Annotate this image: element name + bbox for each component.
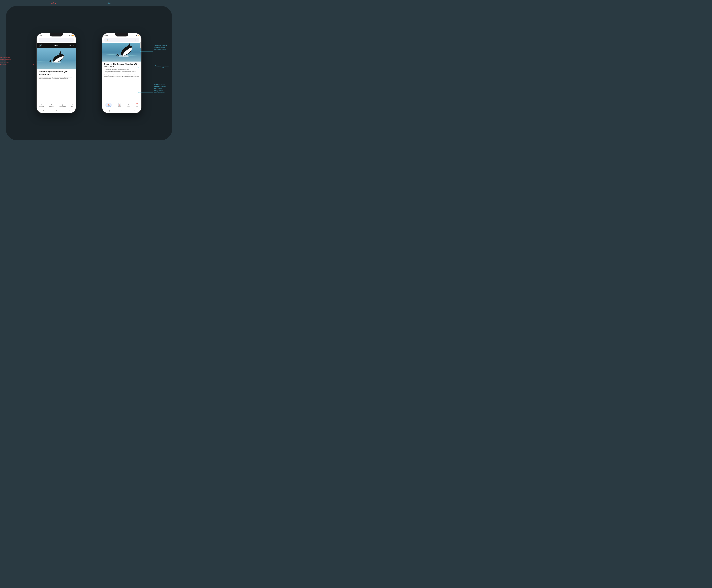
after-back-button[interactable]: ◁ (108, 110, 110, 112)
before-status-bar: 10:00 ▲ ▼ 📶 (37, 33, 76, 37)
menu-icon: ⋮ (71, 39, 72, 41)
before-phone-frame: 10:00 ▲ ▼ 📶 ⌂ 🔒 orcasound.com/learn (37, 33, 76, 113)
orca-logo: 🐋 (39, 44, 42, 47)
before-url: orcasound.com/learn (43, 39, 69, 41)
after-tab-library[interactable]: ≡ Library (127, 103, 130, 107)
catalog-icon: ◫ (62, 103, 64, 106)
annotation-blue-3-line3: labels, making (154, 88, 177, 89)
after-status-icons: ▲ ▼ 📶 (134, 35, 139, 36)
tests-icon: ☑ (71, 103, 73, 106)
annotation-blue-2-line2: users to scroll down. (154, 67, 177, 69)
after-hero-image (102, 43, 141, 62)
annotation-blue-3-line4: navigation more (154, 89, 177, 91)
recents-button[interactable]: □ (69, 110, 70, 112)
tab-sound-catalog[interactable]: ◫ Sound Catalog (60, 103, 66, 107)
before-status-icons: ▲ ▼ 📶 (69, 35, 74, 36)
home-icon: ⌂ (40, 39, 41, 41)
after-phone-screen: 10:00 ▲ ▼ 📶 ⌂ 🔒 learn.orcasound.net (102, 33, 141, 113)
annotation-red-1-line3: navigation, and cues to (0, 60, 19, 62)
tab-sea-sounds[interactable]: ☰ Sea Sounds (49, 103, 54, 107)
home-tab-icon: ⌂ (41, 103, 42, 106)
after-tab-sounds-label: Sounds (118, 106, 121, 107)
tab-orcalearn-label: OrcaLearn (40, 106, 44, 107)
after-headline: Discover The Ocean's Melodies With OrcaL… (104, 63, 139, 68)
svg-point-6 (55, 62, 61, 63)
after-text-content: Discover The Ocean's Melodies With OrcaL… (102, 62, 141, 79)
after-status-bar: 10:00 ▲ ▼ 📶 (102, 33, 141, 37)
quiz-icon: ❓ (136, 103, 138, 106)
after-address-bar[interactable]: ⌂ 🔒 learn.orcasound.net ⊡ ⋮ (104, 38, 139, 42)
after-tab-quiz-label: Quiz (136, 106, 138, 107)
annotation-blue-2-line1: Visual guide encourages (154, 65, 177, 67)
annotation-blue-3-line1: The UI now features (154, 84, 177, 86)
after-url: learn.orcasound.net (109, 39, 134, 41)
annotation-red-1: Missing engaging content, intuitive UI n… (0, 57, 19, 66)
before-headline: From our hydrophones to your headphones (39, 70, 74, 76)
after-tab-sounds[interactable]: 📊 Sounds (118, 103, 121, 107)
annotation-blue-3: The UI now features redesigned icons and… (154, 84, 177, 93)
before-hero-image (37, 48, 76, 69)
tab-sea-sounds-label: Sea Sounds (49, 106, 54, 107)
tab-tests[interactable]: ☑ Tests (71, 103, 73, 107)
annotation-blue-1-line3: OrcaLearn's mission. (154, 48, 177, 50)
before-phone: 10:00 ▲ ▼ 📶 ⌂ 🔒 orcasound.com/learn (37, 33, 76, 113)
nav-icons: 🔍 ☰ (69, 44, 74, 46)
tab-tests-label: Tests (71, 106, 73, 107)
before-address-bar[interactable]: ⌂ 🔒 orcasound.com/learn ⊡ ⋮ (39, 38, 74, 42)
annotation-blue-1-line2: enhanced to clarify (154, 47, 177, 49)
sea-sounds-icon: ☰ (51, 103, 52, 106)
lock-icon-after: 🔒 (107, 39, 108, 41)
after-system-bar: ◁ ○ □ (102, 109, 141, 113)
after-body-2: Dive into a world of knowledge with us, … (104, 71, 139, 74)
after-body-1: OrcaLearn is your gateway to the mysteri… (104, 69, 139, 70)
annotation-red-1-line5: homepage. (0, 64, 19, 66)
before-label: before (51, 2, 57, 4)
annotation-blue-3-line5: engaging for users. (154, 91, 177, 93)
back-button[interactable]: ◁ (43, 110, 44, 112)
before-phone-screen: 10:00 ▲ ▼ 📶 ⌂ 🔒 orcasound.com/learn (37, 33, 76, 113)
after-phone: 10:00 ▲ ▼ 📶 ⌂ 🔒 learn.orcasound.net (102, 33, 141, 113)
after-tab-quiz[interactable]: ❓ Quiz (136, 103, 138, 107)
tab-catalog-label: Sound Catalog (60, 106, 66, 107)
annotation-red-1-line4: scroll down the (0, 62, 19, 64)
before-body: OrcaLearn educates citizens, increases a… (39, 77, 74, 80)
annotation-blue-2: Visual guide encourages users to scroll … (154, 65, 177, 69)
after-body-3: Whether you're a curious soul or a marin… (104, 74, 139, 77)
after-home-button[interactable]: ○ (122, 110, 123, 112)
sailboat-icon: ⛵ (107, 103, 110, 106)
after-label: after (107, 2, 111, 4)
nav-learn-label: LEARN (53, 45, 58, 46)
waveform-icon: 📊 (118, 103, 121, 106)
svg-point-13 (123, 56, 129, 57)
before-tab-bar: ⌂ OrcaLearn ☰ Sea Sounds ◫ Sound Catalog (37, 101, 76, 109)
scroll-indicator (140, 42, 141, 48)
after-recents-button[interactable]: □ (134, 110, 135, 112)
after-tab-orcalearn[interactable]: ⛵ OrcaLearn (105, 103, 112, 107)
scene: before after 10:00 ▲ ▼ 📶 (0, 0, 178, 147)
before-text-content: From our hydrophones to your headphones … (37, 69, 76, 80)
tab-orcalearn[interactable]: ⌂ OrcaLearn (40, 103, 44, 107)
annotation-blue-1-line1: The content has been (154, 45, 177, 47)
after-time: 10:00 (104, 35, 108, 36)
home-button[interactable]: ○ (56, 110, 57, 112)
after-tab-library-label: Library (127, 106, 130, 107)
before-navbar: 🐋 LEARN 🔍 ☰ (37, 43, 76, 48)
before-time: 10:00 (39, 35, 42, 36)
tab-icon-after: ⊡ (135, 39, 136, 41)
search-icon[interactable]: 🔍 (69, 44, 71, 46)
after-tab-bar: ⛵ OrcaLearn 📊 Sounds ≡ Library (102, 101, 141, 109)
tab-icon: ⊡ (70, 39, 71, 41)
after-phone-frame: 10:00 ▲ ▼ 📶 ⌂ 🔒 learn.orcasound.net (102, 33, 141, 113)
annotation-blue-1: The content has been enhanced to clarify… (154, 45, 177, 50)
before-system-bar: ◁ ○ □ (37, 109, 76, 113)
comparison-container: before after 10:00 ▲ ▼ 📶 (6, 6, 172, 141)
lock-icon: 🔒 (41, 39, 43, 41)
annotation-red-1-line1: Missing engaging (0, 57, 19, 58)
annotation-red-1-line2: content, intuitive UI (0, 58, 19, 60)
menu-icon-after: ⋮ (137, 39, 138, 41)
annotation-blue-3-line2: redesigned icons and (154, 86, 177, 88)
home-icon-after: ⌂ (106, 39, 106, 41)
after-tab-orcalearn-label: OrcaLearn (107, 106, 111, 107)
library-icon: ≡ (128, 103, 129, 106)
hamburger-icon[interactable]: ☰ (72, 44, 74, 46)
